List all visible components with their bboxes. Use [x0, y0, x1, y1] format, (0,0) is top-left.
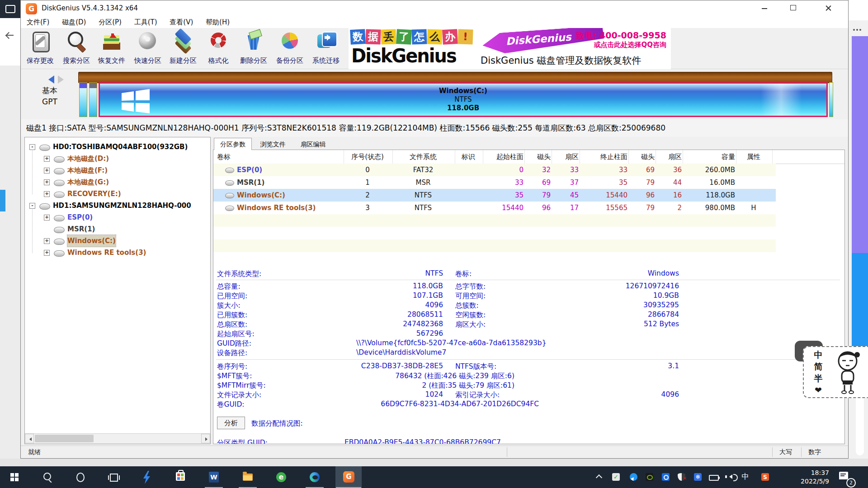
- ime-halfwidth-mode[interactable]: 半: [813, 372, 824, 384]
- file-explorer-button[interactable]: [237, 466, 259, 488]
- tree-item-windows-re[interactable]: + Windows RE tools(3): [25, 247, 210, 258]
- browser-360-button[interactable]: e: [270, 466, 292, 488]
- header-filesystem[interactable]: 文件系统: [392, 150, 454, 164]
- save-changes-button[interactable]: 保存更改: [23, 29, 58, 68]
- expand-icon[interactable]: +: [44, 179, 50, 185]
- tree-item-local-g[interactable]: + 本地磁盘(G:): [25, 176, 210, 188]
- ime-simplified-mode[interactable]: 简: [813, 361, 824, 372]
- search-partition-button[interactable]: 搜索分区: [59, 29, 94, 68]
- expand-icon[interactable]: +: [44, 250, 50, 256]
- analyze-button[interactable]: 分析: [217, 417, 245, 429]
- cortana-button[interactable]: [70, 466, 91, 488]
- task-view-button[interactable]: [103, 466, 124, 488]
- expand-icon[interactable]: +: [44, 168, 50, 174]
- tree-item-windows-c[interactable]: + Windows(C:): [25, 235, 210, 247]
- partition-block-esp[interactable]: [79, 82, 87, 117]
- tree-horizontal-scrollbar[interactable]: [25, 433, 210, 444]
- collapse-icon[interactable]: -: [29, 144, 35, 150]
- new-partition-button[interactable]: 新建分区: [165, 29, 201, 68]
- action-center-icon[interactable]: [839, 472, 848, 479]
- header-flag[interactable]: 标识: [455, 150, 482, 164]
- menu-partition[interactable]: 分区(P): [94, 17, 126, 28]
- scroll-right-button[interactable]: [201, 434, 210, 443]
- menu-tools[interactable]: 工具(T): [130, 17, 162, 28]
- ime-cn-mode[interactable]: 中: [813, 349, 824, 361]
- tray-nvidia-icon[interactable]: [646, 473, 653, 481]
- table-row-windows-re[interactable]: Windows RE tools(3) 3 NTFS 15440 96 17 1…: [213, 202, 776, 214]
- table-row-msr[interactable]: MSR(1) 1 MSR 33 69 37 35 79 44 16.0MB: [213, 176, 776, 189]
- ad-qq-link[interactable]: 或点击此处选择QQ咨询: [594, 41, 666, 49]
- tray-thunder-icon[interactable]: [630, 473, 637, 481]
- store-button[interactable]: [170, 466, 191, 488]
- quick-partition-button[interactable]: 快速分区: [130, 29, 165, 68]
- tab-browse-files[interactable]: 浏览文件: [254, 138, 292, 150]
- expand-icon[interactable]: +: [44, 191, 50, 197]
- header-start-cyl[interactable]: 起始柱面: [483, 150, 524, 164]
- header-start-head[interactable]: 磁头: [524, 150, 551, 164]
- table-row-windows-c-selected[interactable]: Windows(C:) 2 NTFS 35 79 45 15440 96 16 …: [213, 189, 776, 202]
- backup-partition-button[interactable]: 备份分区: [272, 29, 307, 68]
- header-attr[interactable]: 属性: [736, 150, 771, 164]
- taskbar-search-button[interactable]: [37, 466, 58, 488]
- table-row-esp[interactable]: ESP(0) 0 FAT32 0 32 33 33 69 36 260.0MB: [213, 164, 776, 176]
- ime-heart-icon[interactable]: ❤: [813, 384, 824, 396]
- recover-files-button[interactable]: 恢复文件: [94, 29, 129, 68]
- tree-item-local-f[interactable]: + 本地磁盘(F:): [25, 164, 210, 176]
- tray-security-shield-icon[interactable]: [678, 473, 685, 481]
- tray-ime-icon[interactable]: 中: [741, 473, 749, 480]
- close-button[interactable]: [818, 0, 839, 16]
- tab-partition-params[interactable]: 分区参数: [214, 138, 252, 150]
- word-button[interactable]: W: [203, 466, 225, 488]
- format-button[interactable]: 格式化: [201, 29, 236, 68]
- header-capacity[interactable]: 容量: [683, 150, 735, 164]
- tray-battery-icon[interactable]: [709, 475, 719, 481]
- taskbar-clock[interactable]: 18:37 2022/5/9: [778, 469, 829, 486]
- menu-disk[interactable]: 磁盘(D): [57, 17, 90, 28]
- diskgenius-taskbar-button[interactable]: G: [335, 466, 362, 488]
- partition-block-msr[interactable]: [89, 82, 97, 117]
- header-volume[interactable]: 卷标: [217, 150, 343, 164]
- scroll-thumb[interactable]: [35, 435, 94, 442]
- ime-status-panel[interactable]: 中 简 半 ❤: [803, 346, 868, 398]
- expand-icon[interactable]: +: [44, 215, 50, 221]
- header-no-status[interactable]: 序号(状态): [344, 150, 392, 164]
- collapse-icon[interactable]: -: [29, 203, 35, 209]
- minimize-button[interactable]: [754, 0, 775, 16]
- back-arrow-icon[interactable]: [6, 32, 14, 40]
- background-app-corner[interactable]: [0, 0, 20, 18]
- tree-item-msr[interactable]: MSR(1): [25, 223, 210, 235]
- scroll-left-button[interactable]: [25, 434, 34, 443]
- start-button[interactable]: [4, 466, 25, 488]
- tree-item-hd1[interactable]: - HD1:SAMSUNGMZNLN128HAHQ-000: [25, 200, 210, 211]
- menu-file[interactable]: 文件(F): [22, 17, 54, 28]
- expand-icon[interactable]: +: [44, 156, 50, 162]
- tray-snowflake-icon[interactable]: ❄: [694, 473, 702, 481]
- flash-app-button[interactable]: [136, 466, 157, 488]
- delete-partition-button[interactable]: 删除分区: [236, 29, 271, 68]
- tree-item-recovery-e[interactable]: + RECOVERY(E:): [25, 188, 210, 200]
- edge-button[interactable]: [304, 466, 326, 488]
- tree-item-hd0[interactable]: - HD0:TOSHIBAMQ04ABF100(932GB): [25, 141, 210, 153]
- system-migrate-button[interactable]: 系统迁移: [308, 29, 344, 68]
- partition-block-windows-c[interactable]: Windows(C:) NTFS 118.0GB: [99, 82, 828, 117]
- tab-sector-edit[interactable]: 扇区编辑: [294, 138, 332, 150]
- prev-disk-arrow-icon[interactable]: [44, 75, 54, 84]
- tray-sogou-icon[interactable]: S: [761, 473, 769, 481]
- tree-item-esp[interactable]: + ESP(0): [25, 211, 210, 223]
- tray-speaker-icon[interactable]: [727, 474, 732, 479]
- tree-item-local-d[interactable]: + 本地磁盘(D:): [25, 153, 210, 164]
- tray-antivirus-icon[interactable]: ✓: [612, 473, 620, 481]
- disk-header-bar[interactable]: [78, 72, 832, 83]
- menu-help[interactable]: 帮助(H): [201, 17, 234, 28]
- header-end-cyl[interactable]: 终止柱面: [580, 150, 627, 164]
- maximize-button[interactable]: [783, 0, 803, 16]
- tray-overflow-icon[interactable]: [596, 474, 602, 481]
- next-disk-arrow-icon[interactable]: [58, 75, 68, 84]
- menu-view[interactable]: 查看(V): [165, 17, 198, 28]
- ad-banner[interactable]: 数据丢了怎么办! DiskGenius 致电: 400-008-9958 或点击…: [349, 28, 671, 69]
- tray-intel-icon[interactable]: [662, 473, 670, 481]
- header-end-head[interactable]: 磁头: [628, 150, 655, 164]
- more-icon[interactable]: [853, 29, 855, 31]
- header-start-sector[interactable]: 扇区: [552, 150, 579, 164]
- expand-icon[interactable]: +: [44, 238, 50, 244]
